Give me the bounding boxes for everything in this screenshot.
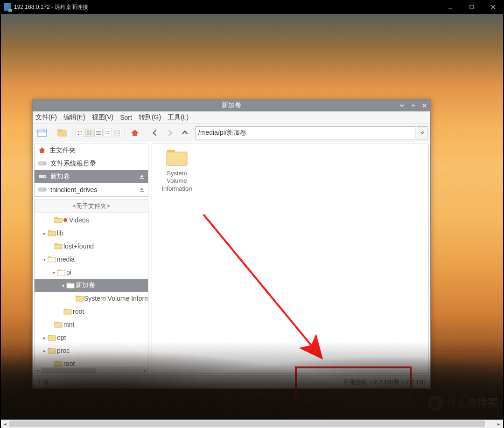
folder-tree[interactable]: Videos ▸lib lost+found ▾media ▾pi ▾新加卷 S… [35, 213, 148, 367]
view-icons-button[interactable] [76, 129, 84, 137]
svg-rect-57 [55, 322, 58, 323]
svg-rect-16 [90, 131, 91, 132]
tree-label: opt [57, 334, 66, 341]
svg-rect-50 [57, 270, 65, 275]
folder-icon [48, 230, 57, 236]
tree-item-xinjiajuan[interactable]: ▾新加卷 [35, 279, 148, 292]
fm-close-button[interactable] [421, 102, 427, 109]
menu-tools[interactable]: 工具(L) [168, 113, 189, 122]
svg-rect-25 [107, 133, 110, 134]
nav-back-button[interactable] [148, 126, 161, 139]
svg-rect-36 [140, 178, 144, 179]
svg-rect-59 [48, 335, 51, 336]
tree-item-media[interactable]: ▾media [35, 253, 148, 266]
svg-rect-60 [48, 336, 56, 340]
tree-item-proc[interactable]: ▸proc [35, 344, 148, 357]
tree-item-pi[interactable]: ▾pi [35, 266, 148, 279]
menu-goto[interactable]: 转到(G) [139, 113, 161, 122]
svg-point-32 [44, 163, 45, 164]
scrollbar-thumb[interactable] [41, 368, 96, 373]
content-pane[interactable]: System Volume Information [152, 144, 429, 374]
rdp-close-button[interactable] [483, 0, 504, 14]
tree-label: lost+found [63, 242, 94, 250]
svg-rect-56 [64, 310, 71, 314]
tree-label: root [73, 308, 84, 315]
view-compact-button[interactable] [94, 129, 103, 137]
home-icon [38, 147, 46, 155]
tree-label: lib [57, 229, 63, 237]
scroll-right-icon[interactable]: ▸ [141, 367, 148, 373]
fm-maximize-button[interactable] [410, 102, 416, 109]
home-button[interactable] [128, 126, 141, 139]
outer-horizontal-scrollbar[interactable]: ◂ ▸ [1, 420, 503, 428]
svg-rect-19 [96, 131, 101, 132]
tree-item-root[interactable]: root [35, 305, 148, 318]
place-label: 新加卷 [50, 173, 70, 181]
rdp-maximize-button[interactable] [461, 0, 483, 14]
fm-window-title: 新加卷 [222, 101, 241, 110]
tree-label: mnt [63, 321, 74, 328]
tree-item-lib[interactable]: ▸lib [35, 227, 148, 240]
file-item-system-volume-information[interactable]: System Volume Information [156, 148, 198, 193]
drive-icon [38, 186, 47, 193]
fm-minimize-button[interactable] [399, 102, 405, 109]
menu-view[interactable]: 视图(V) [92, 113, 114, 122]
svg-rect-17 [87, 133, 89, 135]
new-folder-button[interactable] [56, 126, 69, 139]
svg-point-13 [78, 133, 79, 135]
tree-item-opt[interactable]: ▸opt [35, 331, 148, 344]
eject-icon[interactable] [140, 186, 144, 193]
menu-edit[interactable]: 编辑(E) [63, 113, 85, 122]
scroll-left-icon[interactable]: ◂ [35, 367, 41, 373]
folder-open-icon [48, 256, 57, 262]
fm-titlebar[interactable]: 新加卷 [33, 99, 430, 111]
scroll-left-icon[interactable]: ◂ [1, 420, 9, 428]
tree-item-lostfound[interactable]: lost+found [35, 240, 148, 253]
svg-rect-8 [44, 129, 46, 131]
svg-point-34 [44, 176, 45, 177]
svg-rect-21 [96, 134, 101, 135]
tree-label: root [63, 360, 75, 367]
view-list-button[interactable] [104, 129, 112, 137]
eject-icon[interactable] [140, 173, 144, 180]
place-label: 文件系统根目录 [50, 159, 96, 168]
rdp-minimize-button[interactable] [440, 0, 461, 14]
toolbar-separator [125, 127, 125, 138]
tree-item-videos[interactable]: Videos [35, 214, 148, 227]
tree-item-sysvol[interactable]: System Volume Informa [35, 292, 148, 305]
view-thumbnails-button[interactable] [85, 129, 93, 137]
tree-label: System Volume Informa [84, 295, 148, 302]
remote-desktop: 新加卷 文件(F) 编辑(E) 视图(V) Sort 转到(G) 工具(L) [1, 14, 503, 420]
tree-item-mnt[interactable]: mnt [35, 318, 148, 331]
nav-forward-button[interactable] [163, 126, 176, 139]
svg-rect-18 [90, 133, 91, 135]
drive-icon [38, 160, 47, 167]
folder-icon [54, 321, 63, 328]
view-mode-icons [76, 129, 121, 137]
scrollbar-thumb[interactable] [9, 421, 485, 427]
svg-rect-48 [48, 257, 56, 262]
new-tab-button[interactable] [35, 126, 49, 139]
place-home[interactable]: 主文件夹 [35, 144, 148, 157]
place-thinclient[interactable]: thinclient_drives [35, 183, 148, 196]
rdp-title: 192.168.0.172 - 远程桌面连接 [14, 3, 88, 11]
svg-rect-24 [105, 133, 106, 134]
place-xinjiajuan[interactable]: 新加卷 [35, 170, 148, 183]
toolbar-separator [72, 127, 72, 138]
nav-up-button[interactable] [178, 126, 191, 139]
address-dropdown-button[interactable] [417, 126, 427, 139]
svg-point-12 [81, 131, 82, 132]
menu-file[interactable]: 文件(F) [35, 113, 57, 122]
place-fsroot[interactable]: 文件系统根目录 [35, 157, 148, 170]
svg-rect-64 [55, 362, 62, 366]
sidebar: 主文件夹 文件系统根目录 新加卷 thinclient_drives [33, 142, 150, 375]
address-bar[interactable]: /media/pi/新加卷 [195, 126, 415, 139]
svg-rect-61 [48, 348, 51, 349]
menu-sort[interactable]: Sort [120, 114, 132, 121]
scroll-right-icon[interactable]: ▸ [495, 420, 503, 428]
view-details-button[interactable] [113, 129, 121, 137]
tree-item-root2[interactable]: root [35, 357, 148, 367]
folder-icon [48, 334, 57, 341]
tree-horizontal-scrollbar[interactable]: ◂ ▸ [35, 367, 148, 373]
tree-label: proc [57, 347, 70, 354]
